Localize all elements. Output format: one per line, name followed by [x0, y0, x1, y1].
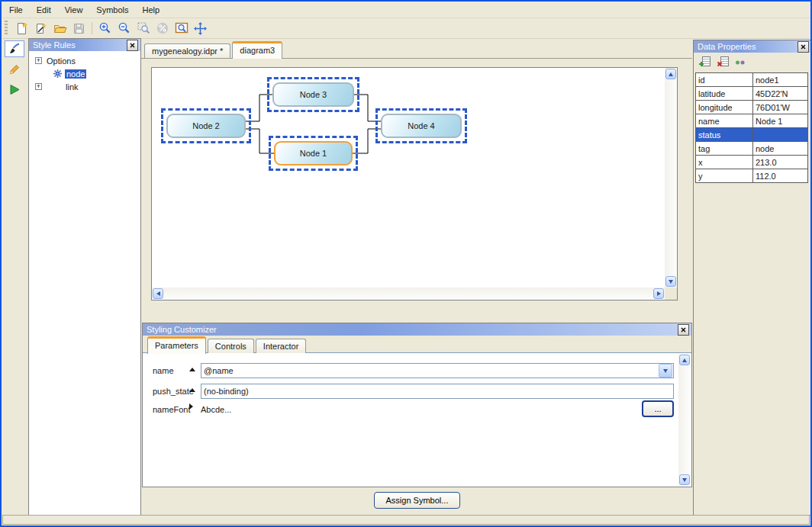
- new-wizard-icon[interactable]: [32, 20, 50, 37]
- property-key[interactable]: name: [696, 114, 753, 128]
- property-key[interactable]: tag: [696, 142, 753, 156]
- tree-item-options[interactable]: Options: [31, 54, 139, 67]
- property-row-status[interactable]: status: [696, 128, 808, 142]
- zoom-in-icon[interactable]: [96, 20, 114, 37]
- styling-customizer-panel: Styling Customizer Parameters Controls I…: [142, 323, 692, 487]
- diagram-node-node-4[interactable]: Node 4: [381, 114, 462, 138]
- font-ellipsis-button[interactable]: ...: [642, 400, 674, 417]
- menu-item-help[interactable]: Help: [136, 4, 167, 16]
- binding-indicator-icon[interactable]: [189, 388, 195, 392]
- fit-to-view-icon[interactable]: [172, 20, 190, 37]
- property-key[interactable]: status: [696, 128, 753, 142]
- tab-controls[interactable]: Controls: [208, 339, 254, 353]
- scroll-up-icon[interactable]: [679, 355, 690, 365]
- add-property-icon[interactable]: [698, 56, 711, 69]
- scroll-down-icon[interactable]: [679, 474, 690, 485]
- property-value[interactable]: 76D01'W: [753, 101, 808, 114]
- tab-interactor[interactable]: Interactor: [256, 339, 306, 353]
- param-label-namefont: nameFont: [153, 405, 191, 414]
- field-value: (no-binding): [201, 387, 673, 396]
- customizer-content: name @name push_state (no-binding) nameF…: [143, 352, 691, 487]
- property-value[interactable]: node1: [753, 73, 808, 87]
- property-value[interactable]: [753, 128, 808, 142]
- tab-diagram3[interactable]: diagram3: [232, 41, 282, 59]
- zoom-out-icon[interactable]: [115, 20, 133, 37]
- scroll-right-icon[interactable]: [653, 288, 664, 299]
- binding-indicator-icon[interactable]: [189, 368, 195, 371]
- tab-label: Controls: [215, 342, 246, 351]
- scroll-up-icon[interactable]: [665, 69, 676, 79]
- run-icon[interactable]: [5, 82, 24, 97]
- property-row-longitude[interactable]: longitude76D01'W: [696, 101, 808, 114]
- tab-divider: [141, 58, 692, 59]
- diagram-node-node-2[interactable]: Node 2: [166, 114, 246, 138]
- data-properties-table: idnode1latitude45D22'Nlongitude76D01'Wna…: [695, 72, 808, 183]
- data-properties-toolbar: [694, 53, 746, 72]
- expand-indicator-icon[interactable]: [189, 403, 193, 410]
- diagram-canvas[interactable]: Node 2Node 3Node 1Node 4: [152, 68, 665, 288]
- vertical-scrollbar[interactable]: [665, 68, 677, 288]
- save-icon: [70, 20, 88, 37]
- edit-pencil-icon[interactable]: [5, 62, 24, 77]
- main-toolbar: [2, 18, 810, 39]
- property-value[interactable]: 45D22'N: [753, 87, 808, 101]
- name-binding-combobox[interactable]: @name: [201, 363, 674, 378]
- new-document-icon[interactable]: [13, 20, 31, 37]
- open-folder-icon[interactable]: [51, 20, 69, 37]
- diagram-node-node-3[interactable]: Node 3: [272, 82, 354, 107]
- toggle-dots-icon[interactable]: [735, 58, 746, 67]
- property-key[interactable]: x: [696, 156, 753, 169]
- property-key[interactable]: id: [696, 73, 753, 87]
- panel-title: Style Rules: [33, 40, 127, 50]
- close-icon[interactable]: [678, 324, 689, 336]
- customizer-scrollbar[interactable]: [678, 354, 691, 486]
- param-label-push-state: push_state: [153, 387, 194, 396]
- tree-label: Options: [45, 56, 77, 66]
- style-rules-titlebar: Style Rules: [29, 39, 140, 51]
- menu-item-file[interactable]: File: [2, 4, 30, 16]
- close-icon[interactable]: [798, 41, 809, 53]
- property-row-id[interactable]: idnode1: [696, 73, 808, 87]
- tab-parameters[interactable]: Parameters: [147, 336, 206, 354]
- pan-icon[interactable]: [192, 20, 209, 37]
- menu-item-symbols[interactable]: Symbols: [89, 4, 135, 16]
- chevron-down-icon[interactable]: [659, 364, 672, 378]
- horizontal-scrollbar[interactable]: [152, 288, 665, 300]
- toolbar-grip[interactable]: [5, 21, 8, 36]
- property-value[interactable]: 112.0: [753, 169, 808, 183]
- property-value[interactable]: Node 1: [753, 114, 808, 128]
- scroll-down-icon[interactable]: [665, 276, 676, 287]
- zoom-area-icon[interactable]: [134, 20, 152, 37]
- property-row-y[interactable]: y112.0: [696, 169, 808, 183]
- property-row-name[interactable]: nameNode 1: [696, 114, 808, 128]
- scroll-left-icon[interactable]: [153, 288, 163, 299]
- diagram-scrollpane: Node 2Node 3Node 1Node 4: [151, 67, 678, 300]
- diagram-node-node-1[interactable]: Node 1: [274, 141, 353, 165]
- data-properties-panel: Data Properties idnode1latitude45D22'Nlo…: [693, 40, 812, 516]
- tab-mygenealogy[interactable]: mygenealogy.idpr *: [144, 43, 230, 58]
- side-toolbar: [2, 38, 27, 514]
- close-icon[interactable]: [127, 40, 138, 51]
- property-row-tag[interactable]: tagnode: [696, 142, 808, 156]
- property-key[interactable]: longitude: [696, 101, 753, 114]
- assign-symbol-button[interactable]: Assign Symbol...: [374, 492, 460, 509]
- property-value[interactable]: 213.0: [753, 156, 808, 169]
- property-key[interactable]: latitude: [696, 87, 753, 101]
- combobox-value: @name: [201, 366, 658, 375]
- property-value[interactable]: node: [753, 142, 808, 156]
- delete-property-icon[interactable]: [717, 56, 730, 69]
- property-key[interactable]: y: [696, 169, 753, 183]
- scrollbar-corner: [665, 288, 677, 300]
- property-row-x[interactable]: x213.0: [696, 156, 808, 169]
- expander-icon[interactable]: [35, 83, 42, 90]
- menu-item-edit[interactable]: Edit: [30, 4, 58, 16]
- tree-item-link[interactable]: link: [31, 80, 139, 93]
- gear-icon: [53, 69, 62, 78]
- property-row-latitude[interactable]: latitude45D22'N: [696, 87, 808, 101]
- tree-item-node[interactable]: node: [31, 67, 139, 80]
- push-state-field[interactable]: (no-binding): [201, 384, 674, 399]
- expander-icon[interactable]: [35, 57, 42, 64]
- style-brush-icon[interactable]: [5, 40, 24, 57]
- customizer-tabs: Parameters Controls Interactor: [147, 337, 308, 353]
- menu-item-view[interactable]: View: [58, 4, 90, 16]
